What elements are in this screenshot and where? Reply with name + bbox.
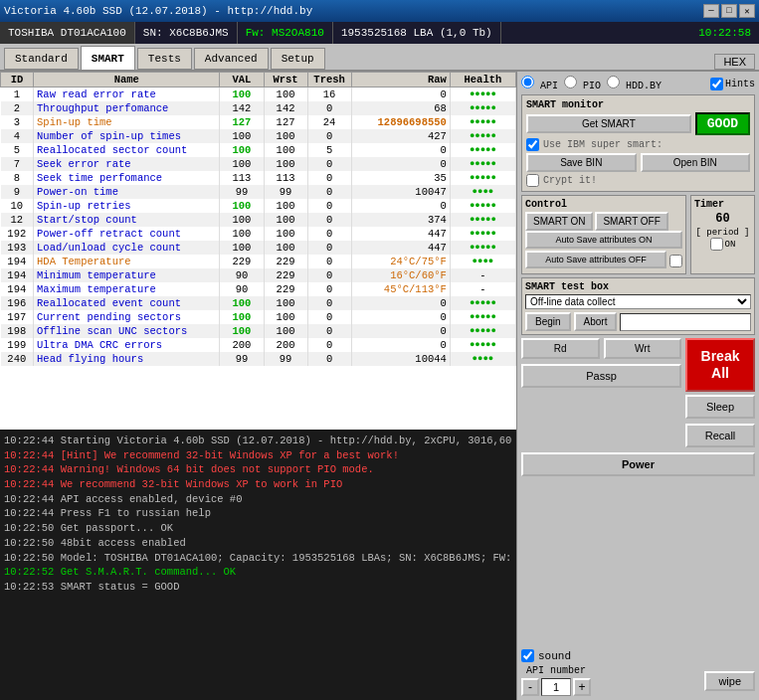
get-smart-button[interactable]: Get SMART — [526, 114, 691, 133]
break-all-button[interactable]: Break All — [685, 338, 755, 392]
cell-val: 99 — [220, 185, 264, 199]
control-label: Control — [525, 199, 682, 210]
hints-label[interactable]: Hints — [710, 78, 755, 90]
cell-id: 197 — [1, 310, 34, 324]
cell-health: ●●●●● — [450, 129, 515, 143]
cell-wrst: 127 — [264, 115, 307, 129]
passp-button[interactable]: Passp — [521, 364, 681, 388]
cell-name: Current pending sectors — [34, 310, 220, 324]
smart-table-row: 10 Spin-up retries 100 100 0 0 ●●●●● — [1, 199, 516, 213]
sound-row[interactable]: sound — [521, 649, 571, 662]
power-button[interactable]: Power — [521, 452, 755, 476]
cell-wrst: 100 — [264, 129, 307, 143]
cell-raw: 374 — [351, 213, 450, 227]
smart-table: ID Name VAL Wrst Tresh Raw Health 1 Raw … — [0, 72, 516, 366]
crypt-checkbox[interactable] — [526, 174, 539, 187]
cell-id: 5 — [1, 143, 34, 157]
cell-raw: 16°C/60°F — [351, 268, 450, 282]
cell-raw: 0 — [351, 338, 450, 352]
cell-id: 3 — [1, 115, 34, 129]
cell-thresh: 0 — [307, 157, 351, 171]
api-value-input[interactable] — [541, 678, 571, 696]
cell-val: 100 — [220, 213, 264, 227]
rd-button[interactable]: Rd — [521, 338, 600, 359]
on-checkbox[interactable] — [710, 238, 723, 251]
cell-wrst: 100 — [264, 324, 307, 338]
cell-raw: 0 — [351, 324, 450, 338]
api-minus-button[interactable]: - — [521, 678, 539, 696]
maximize-button[interactable]: □ — [721, 4, 737, 18]
cell-val: 100 — [220, 129, 264, 143]
timer-label: Timer — [694, 199, 751, 210]
hints-checkbox[interactable] — [710, 78, 723, 90]
recall-button[interactable]: Recall — [685, 424, 755, 447]
cell-name: Power-on time — [34, 185, 220, 199]
cell-health: ●●●●● — [450, 171, 515, 185]
smart-on-button[interactable]: SMART ON — [525, 212, 593, 231]
auto-save-checkbox[interactable] — [669, 255, 682, 267]
cell-name: Seek error rate — [34, 157, 220, 171]
radio-api[interactable] — [521, 76, 534, 88]
log-line: 10:22:44 API access enabled, device #0 — [4, 492, 512, 507]
cell-health: ●●●●● — [450, 296, 515, 310]
cell-health: ●●●●● — [450, 338, 515, 352]
tab-tests[interactable]: Tests — [137, 48, 192, 70]
smart-monitor-section: SMART monitor Get SMART GOOD Use IBM sup… — [521, 94, 755, 192]
lba-info: 1953525168 LBA (1,0 Tb) — [333, 22, 501, 44]
wrt-button[interactable]: Wrt — [604, 338, 682, 359]
abort-button[interactable]: Abort — [574, 312, 618, 331]
radio-hints-row: API PIO HDD.BY Hints — [521, 76, 755, 91]
sound-checkbox[interactable] — [521, 649, 534, 662]
wipe-button[interactable]: wipe — [704, 671, 755, 691]
info-bar: TOSHIBA DT01ACA100 SN: X6C8B6JMS Fw: MS2… — [0, 22, 759, 44]
radio-hddby[interactable] — [607, 76, 620, 88]
cell-name: Spin-up retries — [34, 199, 220, 213]
smart-table-row: 7 Seek error rate 100 100 0 0 ●●●●● — [1, 157, 516, 171]
hex-button[interactable]: HEX — [714, 54, 755, 70]
log-line: 10:22:53 SMART status = GOOD — [4, 580, 512, 595]
cell-id: 12 — [1, 213, 34, 227]
cell-raw: 24°C/75°F — [351, 255, 450, 268]
smart-table-scroll-area[interactable]: ID Name VAL Wrst Tresh Raw Health 1 Raw … — [0, 72, 516, 430]
smart-table-row: 4 Number of spin-up times 100 100 0 427 … — [1, 129, 516, 143]
test-type-select[interactable]: Off-line data collect Short self-test Ex… — [525, 294, 751, 309]
col-header-val: VAL — [220, 73, 264, 88]
cell-val: 113 — [220, 171, 264, 185]
cell-name: Number of spin-up times — [34, 129, 220, 143]
cell-id: 4 — [1, 129, 34, 143]
smart-test-box: SMART test box Off-line data collect Sho… — [521, 277, 755, 335]
cell-raw: 0 — [351, 157, 450, 171]
test-value-input[interactable] — [620, 313, 751, 331]
cell-raw: 10047 — [351, 185, 450, 199]
cell-id: 199 — [1, 338, 34, 352]
tab-smart[interactable]: SMART — [81, 46, 135, 70]
tab-setup[interactable]: Setup — [271, 48, 325, 70]
minimize-button[interactable]: ─ — [703, 4, 719, 18]
open-bin-button[interactable]: Open BIN — [641, 153, 751, 172]
cell-val: 100 — [220, 241, 264, 255]
cell-health: ●●●●● — [450, 241, 515, 255]
radio-api-label[interactable]: API — [521, 76, 558, 91]
radio-pio-label[interactable]: PIO — [564, 76, 601, 91]
auto-save-off-button[interactable]: Auto Save attributes OFF — [525, 251, 666, 268]
cell-wrst: 113 — [264, 171, 307, 185]
begin-button[interactable]: Begin — [525, 312, 571, 331]
cell-id: 193 — [1, 241, 34, 255]
sleep-button[interactable]: Sleep — [685, 395, 755, 419]
tab-standard[interactable]: Standard — [4, 48, 79, 70]
api-plus-button[interactable]: + — [573, 678, 591, 696]
ibm-checkbox[interactable] — [526, 138, 539, 151]
tab-advanced[interactable]: Advanced — [194, 48, 269, 70]
cell-val: 100 — [220, 157, 264, 171]
cell-wrst: 100 — [264, 213, 307, 227]
auto-save-on-button[interactable]: Auto Save attributes ON — [525, 231, 682, 249]
smart-table-row: 194 Minimum temperature 90 229 0 16°C/60… — [1, 268, 516, 282]
save-bin-button[interactable]: Save BIN — [526, 153, 637, 172]
cell-thresh: 16 — [307, 88, 351, 102]
cell-name: Load/unload cycle count — [34, 241, 220, 255]
cell-name: Minimum temperature — [34, 268, 220, 282]
smart-off-button[interactable]: SMART OFF — [595, 212, 667, 231]
radio-hddby-label[interactable]: HDD.BY — [607, 76, 662, 91]
close-button[interactable]: ✕ — [739, 4, 755, 18]
radio-pio[interactable] — [564, 76, 577, 88]
